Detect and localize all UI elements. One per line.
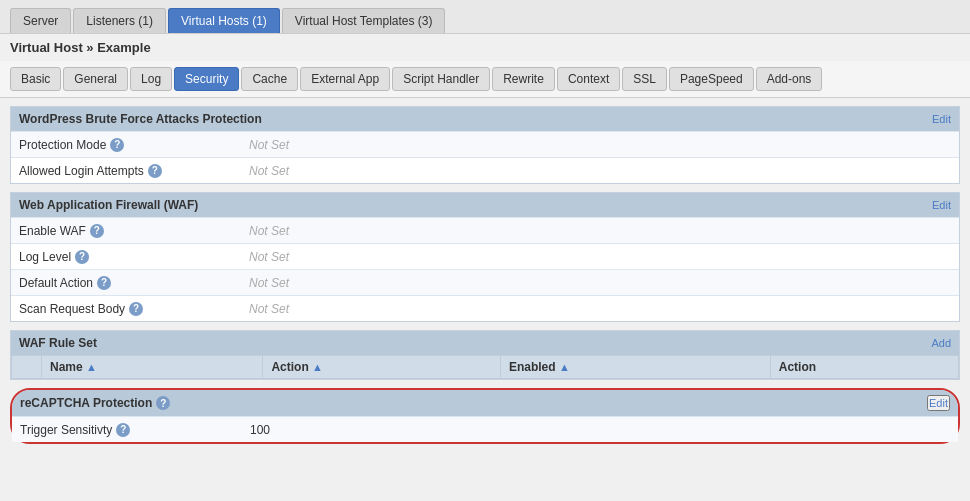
table-col-action: Action ▲ bbox=[263, 356, 501, 379]
enabled-sort-icon[interactable]: ▲ bbox=[559, 361, 570, 373]
default-action-label: Default Action ? bbox=[19, 276, 249, 290]
breadcrumb: Virtual Host » Example bbox=[0, 34, 970, 61]
subtab-basic[interactable]: Basic bbox=[10, 67, 61, 91]
scan-request-body-label: Scan Request Body ? bbox=[19, 302, 249, 316]
protection-mode-value: Not Set bbox=[249, 138, 289, 152]
waf-edit-button[interactable]: Edit bbox=[932, 199, 951, 211]
scan-request-body-help-icon[interactable]: ? bbox=[129, 302, 143, 316]
scan-request-body-row: Scan Request Body ? Not Set bbox=[11, 295, 959, 321]
log-level-help-icon[interactable]: ? bbox=[75, 250, 89, 264]
recaptcha-help-icon[interactable]: ? bbox=[156, 396, 170, 410]
log-level-value: Not Set bbox=[249, 250, 289, 264]
trigger-sensitivity-help-icon[interactable]: ? bbox=[116, 423, 130, 437]
log-level-label: Log Level ? bbox=[19, 250, 249, 264]
allowed-login-row: Allowed Login Attempts ? Not Set bbox=[11, 157, 959, 183]
subtab-addons[interactable]: Add-ons bbox=[756, 67, 823, 91]
default-action-help-icon[interactable]: ? bbox=[97, 276, 111, 290]
top-tabs-bar: Server Listeners (1) Virtual Hosts (1) V… bbox=[0, 0, 970, 34]
protection-mode-help-icon[interactable]: ? bbox=[110, 138, 124, 152]
subtab-pagespeed[interactable]: PageSpeed bbox=[669, 67, 754, 91]
top-tabs: Server Listeners (1) Virtual Hosts (1) V… bbox=[0, 0, 970, 34]
waf-rule-set-section: WAF Rule Set Add Name ▲ Action ▲ Enabled bbox=[10, 330, 960, 380]
waf-section: Web Application Firewall (WAF) Edit Enab… bbox=[10, 192, 960, 322]
subtab-context[interactable]: Context bbox=[557, 67, 620, 91]
tab-virtual-host-templates[interactable]: Virtual Host Templates (3) bbox=[282, 8, 446, 33]
tab-virtual-hosts[interactable]: Virtual Hosts (1) bbox=[168, 8, 280, 33]
enable-waf-row: Enable WAF ? Not Set bbox=[11, 217, 959, 243]
name-sort-icon[interactable]: ▲ bbox=[86, 361, 97, 373]
allowed-login-value: Not Set bbox=[249, 164, 289, 178]
subtab-security[interactable]: Security bbox=[174, 67, 239, 91]
tab-listeners[interactable]: Listeners (1) bbox=[73, 8, 166, 33]
protection-mode-label: Protection Mode ? bbox=[19, 138, 249, 152]
waf-title: Web Application Firewall (WAF) bbox=[19, 198, 198, 212]
subtab-external-app[interactable]: External App bbox=[300, 67, 390, 91]
recaptcha-section: reCAPTCHA Protection ? Edit Trigger Sens… bbox=[10, 388, 960, 444]
brute-force-header: WordPress Brute Force Attacks Protection… bbox=[11, 107, 959, 131]
subtab-script-handler[interactable]: Script Handler bbox=[392, 67, 490, 91]
brute-force-section: WordPress Brute Force Attacks Protection… bbox=[10, 106, 960, 184]
table-col-checkbox bbox=[12, 356, 42, 379]
brute-force-title: WordPress Brute Force Attacks Protection bbox=[19, 112, 262, 126]
waf-rule-set-title: WAF Rule Set bbox=[19, 336, 97, 350]
log-level-row: Log Level ? Not Set bbox=[11, 243, 959, 269]
default-action-row: Default Action ? Not Set bbox=[11, 269, 959, 295]
waf-header: Web Application Firewall (WAF) Edit bbox=[11, 193, 959, 217]
waf-rule-set-header: WAF Rule Set Add bbox=[11, 331, 959, 355]
recaptcha-title: reCAPTCHA Protection bbox=[20, 396, 152, 410]
trigger-sensitivity-row: Trigger Sensitivty ? 100 bbox=[12, 416, 958, 442]
main-content: WordPress Brute Force Attacks Protection… bbox=[0, 98, 970, 460]
recaptcha-header: reCAPTCHA Protection ? Edit bbox=[12, 390, 958, 416]
default-action-value: Not Set bbox=[249, 276, 289, 290]
subtab-rewrite[interactable]: Rewrite bbox=[492, 67, 555, 91]
subtab-ssl[interactable]: SSL bbox=[622, 67, 667, 91]
recaptcha-edit-button[interactable]: Edit bbox=[927, 395, 950, 411]
subtab-general[interactable]: General bbox=[63, 67, 128, 91]
enable-waf-label: Enable WAF ? bbox=[19, 224, 249, 238]
enable-waf-value: Not Set bbox=[249, 224, 289, 238]
trigger-sensitivity-label: Trigger Sensitivty ? bbox=[20, 423, 250, 437]
table-col-name: Name ▲ bbox=[42, 356, 263, 379]
table-col-enabled: Enabled ▲ bbox=[500, 356, 770, 379]
trigger-sensitivity-value: 100 bbox=[250, 423, 270, 437]
subtab-cache[interactable]: Cache bbox=[241, 67, 298, 91]
protection-mode-row: Protection Mode ? Not Set bbox=[11, 131, 959, 157]
subtab-log[interactable]: Log bbox=[130, 67, 172, 91]
table-col-action2: Action bbox=[770, 356, 958, 379]
allowed-login-label: Allowed Login Attempts ? bbox=[19, 164, 249, 178]
waf-rule-table: Name ▲ Action ▲ Enabled ▲ Action bbox=[11, 355, 959, 379]
sub-tabs: Basic General Log Security Cache Externa… bbox=[0, 61, 970, 98]
brute-force-edit-button[interactable]: Edit bbox=[932, 113, 951, 125]
tab-server[interactable]: Server bbox=[10, 8, 71, 33]
allowed-login-help-icon[interactable]: ? bbox=[148, 164, 162, 178]
action-sort-icon[interactable]: ▲ bbox=[312, 361, 323, 373]
enable-waf-help-icon[interactable]: ? bbox=[90, 224, 104, 238]
waf-rule-set-add-button[interactable]: Add bbox=[931, 337, 951, 349]
scan-request-body-value: Not Set bbox=[249, 302, 289, 316]
